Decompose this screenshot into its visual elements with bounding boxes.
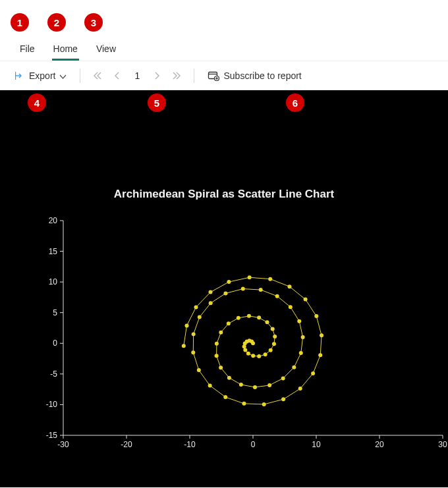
tab-bar: File Home View	[0, 38, 448, 61]
page-number[interactable]: 1	[128, 70, 146, 81]
svg-point-75	[241, 287, 245, 291]
prev-page-button[interactable]	[108, 67, 126, 85]
svg-point-85	[262, 402, 266, 406]
svg-point-91	[314, 314, 318, 318]
svg-text:-10: -10	[46, 400, 58, 409]
svg-text:10: 10	[49, 277, 58, 286]
svg-point-54	[266, 320, 269, 324]
svg-point-86	[281, 397, 285, 401]
svg-point-72	[289, 305, 293, 309]
svg-point-51	[272, 342, 276, 346]
subscribe-icon	[208, 70, 219, 81]
chevron-down-icon	[59, 72, 67, 79]
svg-text:-10: -10	[184, 440, 196, 449]
svg-point-57	[237, 316, 240, 320]
svg-point-62	[219, 366, 223, 369]
first-page-button[interactable]	[88, 67, 107, 85]
separator	[80, 68, 80, 83]
svg-point-63	[227, 376, 231, 380]
svg-point-58	[227, 321, 231, 325]
svg-point-70	[301, 335, 305, 339]
svg-point-90	[320, 333, 323, 337]
svg-point-94	[268, 277, 272, 281]
svg-point-87	[298, 387, 302, 391]
svg-text:-15: -15	[46, 431, 58, 440]
callout-badge: 3	[84, 13, 103, 32]
svg-text:-30: -30	[57, 440, 69, 449]
svg-point-46	[246, 352, 250, 356]
svg-rect-1	[15, 72, 16, 80]
svg-text:-5: -5	[50, 369, 57, 379]
callout-badge: 6	[286, 94, 304, 112]
separator	[194, 68, 194, 83]
subscribe-button[interactable]: Subscribe to report	[202, 67, 306, 84]
export-icon	[14, 70, 25, 81]
report-canvas: Archimedean Spiral as Scatter Line Chart…	[0, 90, 448, 487]
svg-point-73	[275, 294, 279, 298]
svg-point-60	[215, 342, 219, 346]
svg-point-49	[264, 352, 267, 356]
export-label: Export	[29, 70, 55, 81]
callout-badge: 1	[11, 13, 29, 32]
callout-badge: 4	[28, 94, 46, 112]
svg-point-84	[242, 402, 246, 406]
last-page-button[interactable]	[167, 67, 186, 85]
svg-text:20: 20	[49, 216, 58, 225]
svg-point-83	[223, 395, 227, 399]
svg-point-82	[208, 383, 212, 387]
svg-point-95	[248, 275, 252, 279]
svg-point-100	[182, 344, 186, 348]
svg-point-45	[243, 348, 247, 352]
svg-text:5: 5	[53, 308, 57, 317]
svg-point-98	[194, 305, 198, 309]
svg-point-52	[273, 335, 277, 339]
tab-view[interactable]: View	[87, 38, 125, 61]
callout-badge: 2	[47, 13, 66, 32]
svg-point-76	[223, 291, 227, 295]
svg-point-78	[198, 315, 202, 319]
export-button[interactable]: Export	[9, 67, 72, 84]
svg-point-59	[219, 331, 223, 335]
subscribe-label: Subscribe to report	[223, 70, 301, 81]
svg-point-89	[318, 353, 322, 357]
next-page-button[interactable]	[148, 67, 166, 85]
svg-point-77	[209, 301, 213, 305]
callout-badge: 5	[148, 94, 166, 112]
svg-point-81	[197, 368, 201, 372]
svg-text:-20: -20	[121, 440, 132, 449]
svg-point-50	[269, 348, 273, 352]
svg-point-92	[304, 298, 308, 302]
svg-point-97	[208, 290, 212, 294]
svg-point-96	[227, 280, 231, 284]
svg-point-79	[192, 332, 196, 336]
svg-text:15: 15	[49, 247, 58, 256]
svg-text:30: 30	[438, 440, 447, 449]
svg-point-93	[287, 285, 291, 288]
svg-point-99	[184, 323, 188, 327]
svg-point-44	[242, 344, 246, 348]
svg-point-48	[257, 354, 261, 358]
svg-point-55	[257, 315, 261, 319]
svg-point-67	[281, 376, 285, 380]
svg-text:0: 0	[251, 440, 256, 449]
chart-title: Archimedean Spiral as Scatter Line Chart	[0, 188, 448, 201]
scatter-chart: -15-10-505101520-30-20-100102030	[26, 214, 448, 459]
svg-point-56	[247, 314, 251, 318]
svg-point-47	[251, 354, 255, 358]
svg-point-80	[191, 350, 195, 354]
svg-point-64	[239, 383, 243, 387]
svg-point-71	[297, 319, 301, 323]
svg-point-65	[253, 385, 257, 389]
tab-home[interactable]: Home	[44, 38, 87, 61]
pager: 1	[88, 67, 186, 85]
toolbar: Export 1 Subscri	[0, 61, 448, 90]
svg-text:20: 20	[375, 440, 384, 449]
tab-file[interactable]: File	[11, 38, 44, 61]
svg-point-69	[299, 351, 303, 355]
svg-point-68	[292, 366, 296, 369]
svg-point-66	[267, 383, 271, 387]
svg-point-61	[215, 354, 219, 358]
svg-point-88	[311, 371, 315, 375]
svg-text:0: 0	[53, 339, 57, 348]
svg-point-53	[271, 327, 275, 331]
